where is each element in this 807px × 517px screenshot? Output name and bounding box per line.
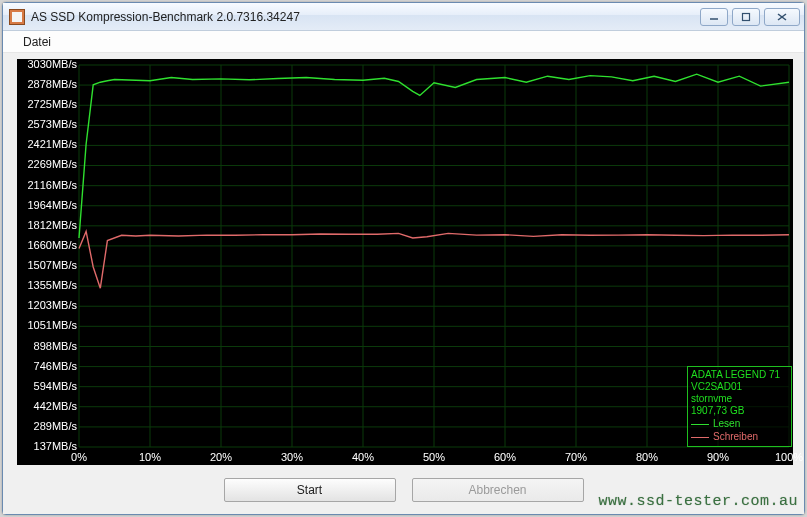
legend-capacity: 1907,73 GB <box>691 405 788 417</box>
legend-write-label: Schreiben <box>713 431 758 443</box>
y-tick-label: 1812MB/s <box>27 219 77 231</box>
x-tick-label: 20% <box>210 451 232 463</box>
legend-driver: stornvme <box>691 393 788 405</box>
titlebar: AS SSD Kompression-Benchmark 2.0.7316.34… <box>3 3 804 31</box>
y-tick-label: 746MB/s <box>34 360 77 372</box>
menu-file[interactable]: Datei <box>15 33 59 51</box>
legend-firmware: VC2SAD01 <box>691 381 788 393</box>
x-tick-label: 30% <box>281 451 303 463</box>
minimize-button[interactable] <box>700 8 728 26</box>
app-icon <box>9 9 25 25</box>
x-tick-label: 70% <box>565 451 587 463</box>
x-tick-label: 80% <box>636 451 658 463</box>
y-tick-label: 2421MB/s <box>27 138 77 150</box>
y-tick-label: 1964MB/s <box>27 199 77 211</box>
legend-read-label: Lesen <box>713 418 740 430</box>
maximize-icon <box>741 12 751 22</box>
legend-read-row: Lesen <box>691 418 788 430</box>
minimize-icon <box>709 13 719 21</box>
menubar: Datei <box>3 31 804 53</box>
y-tick-label: 289MB/s <box>34 420 77 432</box>
svg-rect-1 <box>743 13 750 20</box>
y-tick-label: 1051MB/s <box>27 319 77 331</box>
y-tick-label: 1203MB/s <box>27 299 77 311</box>
start-button[interactable]: Start <box>224 478 396 502</box>
y-tick-label: 3030MB/s <box>27 58 77 70</box>
legend-box: ADATA LEGEND 71 VC2SAD01 stornvme 1907,7… <box>687 366 792 447</box>
y-tick-label: 1355MB/s <box>27 279 77 291</box>
close-button[interactable] <box>764 8 800 26</box>
y-tick-label: 1507MB/s <box>27 259 77 271</box>
y-tick-label: 898MB/s <box>34 340 77 352</box>
y-tick-label: 594MB/s <box>34 380 77 392</box>
y-tick-label: 2573MB/s <box>27 118 77 130</box>
chart-area: ADATA LEGEND 71 VC2SAD01 stornvme 1907,7… <box>17 59 793 465</box>
x-tick-label: 50% <box>423 451 445 463</box>
legend-device: ADATA LEGEND 71 <box>691 369 788 381</box>
legend-read-swatch <box>691 424 709 425</box>
x-tick-label: 90% <box>707 451 729 463</box>
x-tick-label: 60% <box>494 451 516 463</box>
x-tick-label: 100% <box>775 451 803 463</box>
content-area: ADATA LEGEND 71 VC2SAD01 stornvme 1907,7… <box>3 53 804 514</box>
button-row: Start Abbrechen <box>3 478 804 502</box>
legend-write-swatch <box>691 437 709 438</box>
y-tick-label: 2725MB/s <box>27 98 77 110</box>
app-window: AS SSD Kompression-Benchmark 2.0.7316.34… <box>2 2 805 515</box>
y-tick-label: 2878MB/s <box>27 78 77 90</box>
x-tick-label: 0% <box>71 451 87 463</box>
maximize-button[interactable] <box>732 8 760 26</box>
chart-canvas <box>17 59 793 465</box>
close-icon <box>776 12 788 22</box>
y-tick-label: 1660MB/s <box>27 239 77 251</box>
legend-write-row: Schreiben <box>691 431 788 443</box>
y-tick-label: 2269MB/s <box>27 158 77 170</box>
window-title: AS SSD Kompression-Benchmark 2.0.7316.34… <box>31 10 696 24</box>
y-tick-label: 2116MB/s <box>27 179 77 191</box>
x-tick-label: 10% <box>139 451 161 463</box>
cancel-button[interactable]: Abbrechen <box>412 478 584 502</box>
y-tick-label: 442MB/s <box>34 400 77 412</box>
x-tick-label: 40% <box>352 451 374 463</box>
